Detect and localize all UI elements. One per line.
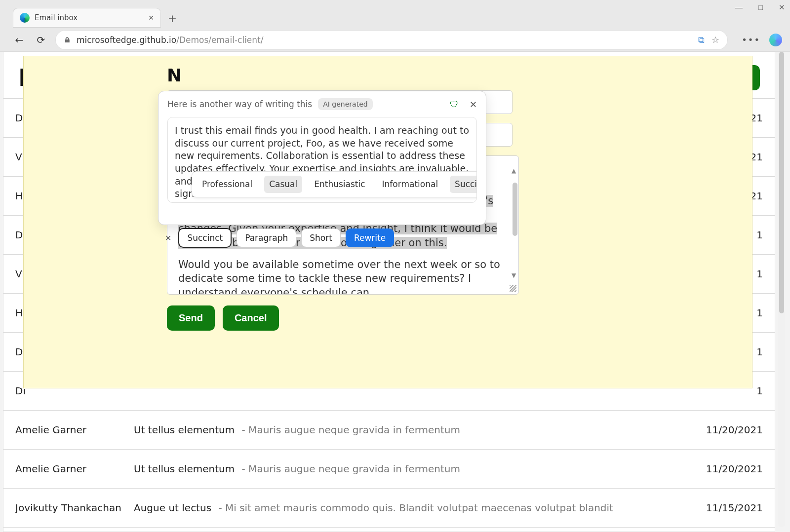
compose-heading: N bbox=[167, 65, 739, 85]
url-path: /Demos/email-client/ bbox=[176, 35, 263, 45]
tone-option-informational[interactable]: Informational bbox=[377, 176, 443, 193]
scroll-down-icon[interactable]: ▼ bbox=[512, 271, 516, 279]
address-bar[interactable]: 🔒︎ microsoftedge.github.io/Demos/email-c… bbox=[55, 30, 728, 50]
rewrite-controls: ✕ SuccinctParagraphShortRewrite bbox=[160, 223, 394, 248]
window-maximize-icon[interactable]: □ bbox=[758, 3, 763, 12]
scroll-up-icon[interactable]: ▲ bbox=[512, 167, 516, 175]
split-screen-icon[interactable]: ⧉ bbox=[698, 35, 705, 45]
tone-option-enthusiastic[interactable]: Enthusiastic bbox=[309, 176, 370, 193]
url-host: microsoftedge.github.io bbox=[77, 35, 176, 45]
cancel-button[interactable]: Cancel bbox=[223, 305, 279, 331]
settings-menu-button[interactable]: ••• bbox=[742, 35, 760, 45]
tone-option-casual[interactable]: Casual bbox=[264, 176, 302, 193]
send-button[interactable]: Send bbox=[167, 305, 215, 331]
edge-logo-icon bbox=[20, 13, 30, 23]
message-preview: - Mauris augue neque gravida in fermentu… bbox=[238, 424, 460, 436]
editor-scrollbar[interactable]: ▲ ▼ bbox=[513, 174, 517, 258]
message-sender: Amelie Garner bbox=[15, 424, 134, 436]
message-sender: Amelie Garner bbox=[15, 463, 134, 475]
browser-chrome: Email inbox ✕ + ← ⟳ 🔒︎ microsoftedge.git… bbox=[0, 0, 790, 52]
url: microsoftedge.github.io/Demos/email-clie… bbox=[77, 35, 263, 45]
browser-tab[interactable]: Email inbox ✕ bbox=[13, 8, 161, 28]
refresh-button[interactable]: ⟳ bbox=[34, 34, 48, 46]
message-date: 11/20/2021 bbox=[696, 463, 763, 475]
rewrite-button[interactable]: Rewrite bbox=[346, 228, 394, 247]
favorite-icon[interactable]: ☆ bbox=[711, 35, 719, 45]
tab-close-icon[interactable]: ✕ bbox=[148, 14, 154, 22]
message-preview: - Mi sit amet mauris commodo quis. Bland… bbox=[215, 502, 613, 514]
rewrite-header: Here is another way of writing this bbox=[167, 99, 312, 109]
compose-body-rest: Would you be available sometime over the… bbox=[178, 258, 508, 295]
length-option-succinct[interactable]: Succinct bbox=[178, 228, 232, 248]
rewrite-popover: Here is another way of writing this AI g… bbox=[158, 91, 486, 225]
length-option-short[interactable]: Short bbox=[301, 228, 341, 247]
length-option-paragraph[interactable]: Paragraph bbox=[237, 228, 296, 247]
ai-generated-badge: AI generated bbox=[318, 98, 372, 110]
scroll-thumb[interactable] bbox=[513, 183, 517, 236]
window-minimize-icon[interactable]: — bbox=[735, 3, 743, 12]
site-lock-icon[interactable]: 🔒︎ bbox=[64, 36, 71, 44]
message-preview: - Mauris augue neque gravida in fermentu… bbox=[238, 463, 460, 475]
tab-title: Email inbox bbox=[35, 13, 143, 22]
message-subject: Augue ut lectus bbox=[134, 502, 211, 514]
message-row[interactable]: Amelie GarnerUt tellus elementum - Mauri… bbox=[3, 411, 775, 450]
new-tab-button[interactable]: + bbox=[164, 10, 181, 27]
tone-option-succinct[interactable]: Succinct bbox=[450, 176, 477, 193]
message-row[interactable]: Amelie GarnerUt tellus elementum - Mauri… bbox=[3, 450, 775, 489]
rewrite-dismiss-icon[interactable]: ✕ bbox=[165, 233, 171, 243]
privacy-shield-icon[interactable]: 🛡︎ bbox=[450, 99, 459, 110]
message-date: 11/15/2021 bbox=[696, 502, 763, 514]
textarea-resize-handle[interactable] bbox=[510, 285, 516, 292]
window-close-icon[interactable]: ✕ bbox=[779, 3, 785, 12]
message-subject: Ut tellus elementum bbox=[134, 463, 235, 475]
page-scroll-thumb[interactable] bbox=[779, 52, 784, 313]
back-button[interactable]: ← bbox=[12, 34, 27, 46]
rewrite-suggestion-box: I trust this email finds you in good hea… bbox=[167, 117, 477, 203]
tone-selector: ProfessionalCasualEnthusiasticInformatio… bbox=[192, 171, 477, 197]
copilot-icon[interactable] bbox=[769, 34, 782, 46]
message-date: 11/20/2021 bbox=[696, 424, 763, 436]
tone-option-professional[interactable]: Professional bbox=[197, 176, 257, 193]
rewrite-close-icon[interactable]: ✕ bbox=[470, 99, 477, 110]
page-scrollbar[interactable] bbox=[778, 52, 785, 527]
message-sender: Jovikutty Thankachan bbox=[15, 502, 134, 514]
message-row[interactable]: Jovikutty ThankachanAugue ut lectus - Mi… bbox=[3, 489, 775, 528]
message-subject: Ut tellus elementum bbox=[134, 424, 235, 436]
